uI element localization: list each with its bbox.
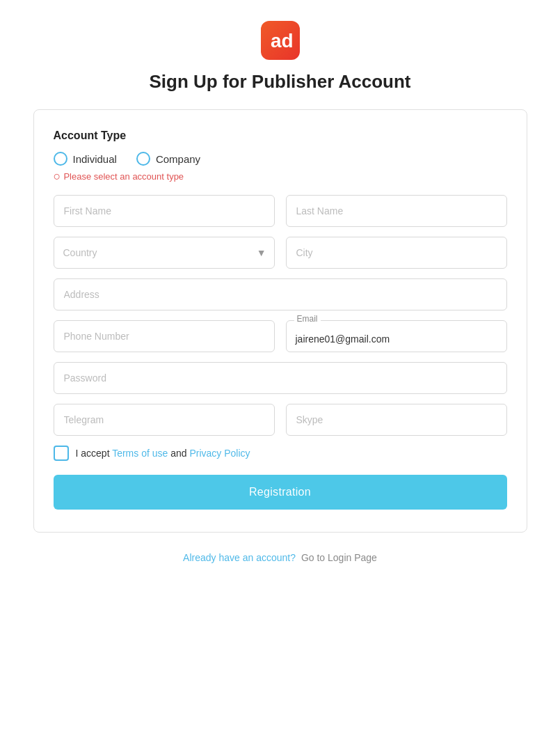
- first-name-input[interactable]: [54, 195, 275, 227]
- email-input[interactable]: [286, 320, 507, 352]
- app-logo-icon: ad: [261, 21, 300, 60]
- password-field: [54, 362, 507, 394]
- telegram-input[interactable]: [54, 404, 275, 436]
- error-text: Please select an account type: [63, 171, 184, 182]
- go-to-login-text: Go to Login Page: [301, 552, 377, 563]
- password-input[interactable]: [54, 362, 507, 394]
- page-title: Sign Up for Publisher Account: [149, 71, 410, 93]
- telegram-skype-row: [54, 404, 507, 436]
- terms-checkbox[interactable]: [54, 446, 69, 461]
- svg-text:ad: ad: [271, 30, 293, 52]
- phone-field: [54, 320, 275, 352]
- company-radio-option[interactable]: Company: [136, 152, 200, 166]
- address-field: [54, 278, 507, 310]
- individual-radio-option[interactable]: Individual: [54, 152, 117, 166]
- password-row: [54, 362, 507, 394]
- email-floating-label: Email: [294, 314, 321, 324]
- last-name-input[interactable]: [286, 195, 507, 227]
- country-city-row: ▼ Country: [54, 237, 507, 269]
- signup-form-card: Account Type Individual Company ○ Please…: [33, 109, 527, 533]
- email-field: Email jairene01@gmail.com: [286, 320, 507, 352]
- account-type-label: Account Type: [54, 129, 507, 142]
- account-type-row: Individual Company: [54, 152, 507, 166]
- individual-radio-label: Individual: [73, 153, 117, 165]
- terms-and: and: [168, 448, 189, 459]
- first-name-field: [54, 195, 275, 227]
- country-select[interactable]: [54, 237, 275, 269]
- already-have-account-link[interactable]: Already have an account?: [183, 552, 296, 563]
- terms-prefix: I accept: [76, 448, 113, 459]
- address-row: [54, 278, 507, 310]
- telegram-field: [54, 404, 275, 436]
- city-input[interactable]: [286, 237, 507, 269]
- terms-text: I accept Terms of use and Privacy Policy: [76, 448, 250, 459]
- city-field: [286, 237, 507, 269]
- company-radio-label: Company: [156, 153, 200, 165]
- phone-input[interactable]: [54, 320, 275, 352]
- last-name-field: [286, 195, 507, 227]
- error-dot-icon: ○: [54, 170, 61, 182]
- name-row: [54, 195, 507, 227]
- login-link-row: Already have an account? Go to Login Pag…: [183, 552, 377, 563]
- individual-radio-circle: [54, 152, 67, 166]
- company-radio-circle: [136, 152, 150, 166]
- country-field: ▼ Country: [54, 237, 275, 269]
- terms-of-use-link[interactable]: Terms of use: [112, 448, 168, 459]
- account-type-error: ○ Please select an account type: [54, 170, 507, 182]
- phone-email-row: Email jairene01@gmail.com: [54, 320, 507, 352]
- privacy-policy-link[interactable]: Privacy Policy: [189, 448, 250, 459]
- address-input[interactable]: [54, 278, 507, 310]
- skype-input[interactable]: [286, 404, 507, 436]
- logo: ad: [261, 21, 300, 60]
- skype-field: [286, 404, 507, 436]
- register-button[interactable]: Registration: [54, 475, 507, 510]
- terms-row: I accept Terms of use and Privacy Policy: [54, 446, 507, 461]
